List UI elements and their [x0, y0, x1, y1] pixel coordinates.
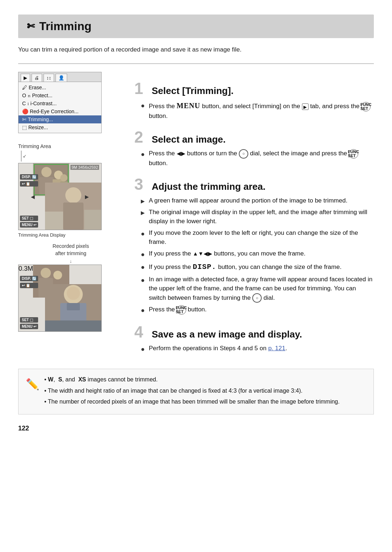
page-title-bar: ✄ Trimming [18, 15, 374, 38]
svg-rect-19 [67, 303, 80, 310]
screen-buttons-bottom-left: DISP. 🔄 ↩ 📋 [20, 276, 38, 288]
step-2-header: 2 Select an image. [134, 129, 374, 145]
step-1-number: 1 [134, 81, 147, 97]
page-number: 122 [18, 425, 374, 432]
menu-item-redeye[interactable]: 🔴 Red-Eye Correction... [19, 107, 101, 115]
arrow-left: ◀ [31, 194, 35, 200]
step-4-bullets: ● Perform the operations in Steps 4 and … [141, 344, 374, 354]
step-3-title: Adjust the trimming area. [152, 181, 266, 192]
tab-print[interactable]: 🖨 [32, 74, 42, 82]
camera-screen-top: 9M 3456x2592 ◀ ▶ DISP. 🔄 ↩ 📋 SET ⬚ MENU … [18, 163, 102, 230]
step-4-bullet-1: ● Perform the operations in Steps 4 and … [141, 344, 374, 354]
step-3-bullet-2: ▶ The original image will display in the… [141, 208, 374, 226]
menu-item-erase[interactable]: 🖊 Erase... [19, 83, 101, 91]
step-3-header: 3 Adjust the trimming area. [134, 176, 374, 192]
photo-main-bottom [45, 284, 101, 331]
menu-btn-bottom[interactable]: MENU ↩ [20, 324, 38, 329]
camera-menu-tabs: ▶ 🖨 ↕↕ 👤 [19, 72, 101, 82]
step-3-number: 3 [134, 176, 147, 192]
trimming-area-display-label: Trimming Area Display [18, 232, 123, 238]
s-size: S [58, 376, 62, 383]
playback-btn[interactable]: ↩ 📋 [20, 181, 38, 187]
set-btn-top[interactable]: SET ⬚ [20, 216, 38, 221]
dial-icon: ○ [239, 149, 248, 159]
svg-point-20 [67, 287, 80, 300]
playback-btn-2[interactable]: ↩ 📋 [20, 283, 38, 288]
bullet-circle-icon-2: ● [141, 150, 146, 159]
note-item-1: W, S, and XS images cannot be trimmed. [44, 375, 366, 384]
menu-item-resize[interactable]: ⬚ Resize... [19, 123, 101, 131]
func-set-btn-2: FUNCSET [349, 149, 358, 159]
func-set-btn-1: FUNCSET [361, 102, 371, 111]
step-2-bullets: ● Press the ◀▶ buttons or turn the ○ dia… [141, 149, 374, 168]
page-subtitle: You can trim a required portion of a rec… [18, 46, 374, 53]
bullet-circle-icon-7: ● [141, 306, 146, 315]
camera-menu-items: 🖊 Erase... On Protect... Ci i-Contrast..… [19, 82, 101, 133]
step-3-bullet-7-text: Press the FUNCSET button. [149, 305, 207, 315]
step-2-bullet-1: ● Press the ◀▶ buttons or turn the ○ dia… [141, 149, 374, 168]
note-1-text: images cannot be trimmed. [87, 376, 158, 383]
svg-point-15 [53, 271, 62, 279]
tab-play[interactable]: ▶ [21, 74, 30, 82]
step-4-title: Save as a new image and display. [152, 329, 302, 340]
step-1-bullet-1: ● Press the MENU button, and select [Tri… [141, 100, 374, 120]
func-set-btn-3: FUNCSET [177, 305, 186, 315]
left-column: ▶ 🖨 ↕↕ 👤 🖊 Erase... On Protect... Ci i-C… [18, 72, 123, 332]
bullet-circle-icon-5: ● [141, 262, 146, 272]
right-column: 1 Select [Trimming]. ● Press the MENU bu… [134, 72, 374, 358]
step-3-bullet-6-text: In an image with a detected face, a gray… [149, 275, 374, 303]
svg-point-8 [65, 187, 81, 203]
screen-info-top: 9M 3456x2592 [70, 165, 99, 170]
note-item-3: The number of recorded pixels of an imag… [44, 397, 366, 406]
step-3-bullet-4-text: If you press the ▲▼◀▶ buttons, you can m… [149, 249, 306, 258]
disp-btn-top[interactable]: DISP. 🔄 [20, 174, 38, 180]
step-3-bullet-5-text: If you press the DISP. button, you can c… [149, 262, 342, 273]
menu-item-icontrast[interactable]: Ci i-Contrast... [19, 99, 101, 107]
step-3-bullet-2-text: The original image will display in the u… [149, 208, 374, 226]
step-4-number: 4 [134, 324, 147, 340]
tab-person[interactable]: 👤 [56, 74, 67, 82]
note-content: W, S, and XS images cannot be trimmed. T… [44, 375, 366, 408]
play-tab-icon: ▶ [302, 103, 309, 110]
screen-buttons-top: DISP. 🔄 ↩ 📋 [20, 174, 38, 187]
step-1-title: Select [Trimming]. [152, 85, 233, 97]
bullet-circle-icon: ● [141, 101, 146, 111]
arrow-right: ▶ [85, 194, 89, 200]
screen-buttons-bottom-top: SET ⬚ MENU ↩ [20, 216, 38, 228]
triangle-icon-1: ▶ [141, 197, 146, 205]
menu-item-protect[interactable]: On Protect... [19, 91, 101, 99]
trimming-icon: ✄ [27, 21, 35, 32]
lr-arrows: ◀▶ [177, 150, 185, 156]
svg-point-13 [41, 268, 51, 278]
photo-main-image [45, 183, 101, 230]
step-3-bullet-6: ● In an image with a detected face, a gr… [141, 275, 374, 303]
step-4-bullet-1-text: Perform the operations in Steps 4 and 5 … [149, 344, 287, 353]
note-item-2: The width and height ratio of an image t… [44, 386, 366, 396]
bullet-circle-icon-3: ● [141, 229, 146, 239]
xs-size: XS [78, 376, 86, 383]
set-btn-bottom[interactable]: SET ⬚ [20, 317, 38, 323]
step-1-bullets: ● Press the MENU button, and select [Tri… [141, 100, 374, 120]
step-2-number: 2 [134, 129, 147, 145]
disp-word: DISP. [193, 263, 216, 271]
step-3-bullet-4: ● If you press the ▲▼◀▶ buttons, you can… [141, 249, 374, 259]
step-1-header: 1 Select [Trimming]. [134, 81, 374, 97]
step-3-bullet-3: ● If you move the zoom lever to the left… [141, 228, 374, 247]
recorded-pixels-arrow: ↓ [18, 258, 123, 264]
note-box: ✏️ W, S, and XS images cannot be trimmed… [18, 369, 374, 414]
menu-btn-top[interactable]: MENU ↩ [20, 222, 38, 228]
camera-menu: ▶ 🖨 ↕↕ 👤 🖊 Erase... On Protect... Ci i-C… [18, 72, 102, 133]
trimming-area-label: Trimming Area [18, 143, 51, 149]
step-1-bullet-1-text: Press the MENU button, and select [Trimm… [149, 100, 374, 120]
page-link[interactable]: p. 121 [268, 345, 285, 352]
udlr-arrows: ▲▼◀▶ [193, 250, 212, 257]
photo-main-top [45, 183, 101, 230]
step-3-bullet-3-text: If you move the zoom lever to the left o… [149, 228, 374, 247]
step-4-header: 4 Save as a new image and display. [134, 324, 374, 340]
w-size: W [48, 376, 53, 383]
disp-btn-bottom[interactable]: DISP. 🔄 [20, 276, 38, 281]
menu-item-trimming[interactable]: ✄ Trimming... [19, 115, 101, 123]
step-3-bullet-5: ● If you press the DISP. button, you can… [141, 262, 374, 273]
tab-arrows[interactable]: ↕↕ [44, 74, 54, 82]
step-2-bullet-1-text: Press the ◀▶ buttons or turn the ○ dial,… [149, 149, 374, 168]
